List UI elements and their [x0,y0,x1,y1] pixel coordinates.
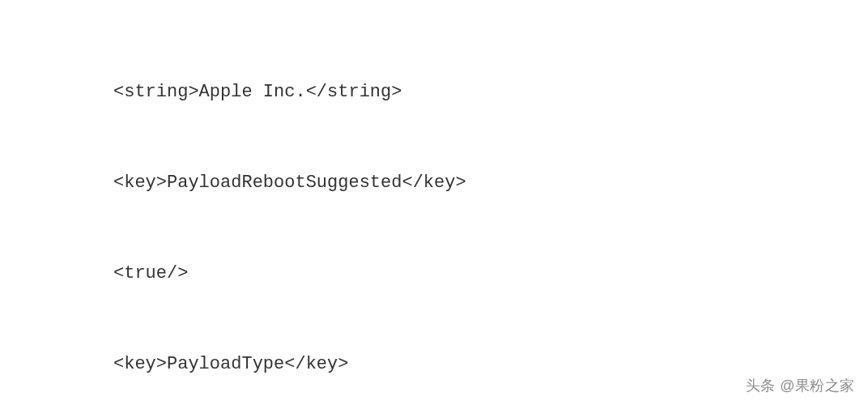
plist-code-block: <string>Apple Inc.</string> <key>Payload… [32,16,836,405]
code-line-true: <true/> [32,258,836,288]
code-line-string-apple: <string>Apple Inc.</string> [32,77,836,107]
code-line-key-reboot: <key>PayloadRebootSuggested</key> [32,168,836,198]
watermark-text: 头条 @果粉之家 [746,373,855,399]
code-line-key-payloadtype: <key>PayloadType</key> [32,349,836,379]
